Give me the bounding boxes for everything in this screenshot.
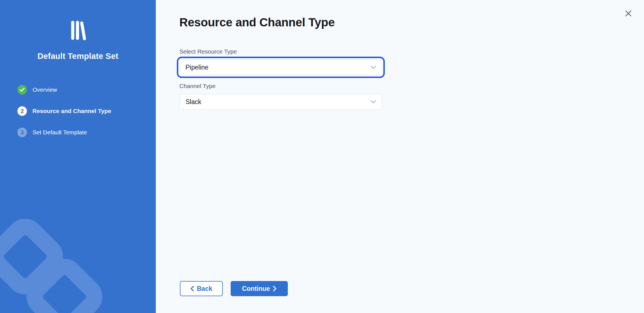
resource-type-select[interactable]: Pipeline [180,59,382,75]
step-number-badge: 3 [17,128,27,137]
resource-type-selected-value: Pipeline [186,64,209,71]
wizard-sidebar: Default Template Set Overview 2 Resource… [0,0,156,313]
logo-bar [76,21,79,40]
chevron-left-icon [191,286,194,291]
step-item-resource-and-channel-type[interactable]: 2 Resource and Channel Type [17,106,111,116]
logo-bar-slanted [80,21,86,41]
wizard-title: Default Template Set [0,52,156,61]
logo-bar [71,21,74,40]
step-item-set-default-template[interactable]: 3 Set Default Template [17,128,111,137]
close-icon [625,10,632,17]
back-button-label: Back [197,285,212,293]
continue-button[interactable]: Continue [231,281,288,296]
channel-type-label: Channel Type [179,83,216,89]
harness-logo-icon [0,21,156,40]
main-panel: Resource and Channel Type Select Resourc… [156,0,644,313]
watermark-pattern [0,0,156,313]
page-title: Resource and Channel Type [179,16,335,29]
check-icon [17,85,27,95]
chevron-right-icon [273,286,276,291]
step-label: Overview [33,86,57,93]
channel-type-selected-value: Slack [186,98,201,106]
chevron-down-icon [370,66,376,69]
resource-type-label: Select Resource Type [179,48,237,55]
channel-type-select[interactable]: Slack [180,94,382,110]
step-label: Resource and Channel Type [33,108,111,114]
wizard-steps: Overview 2 Resource and Channel Type 3 S… [17,85,111,149]
chevron-down-icon [370,100,376,103]
continue-button-label: Continue [242,285,270,293]
close-button[interactable] [624,9,633,18]
step-item-overview[interactable]: Overview [17,85,111,95]
step-number-badge: 2 [17,106,27,116]
step-label: Set Default Template [33,129,87,136]
back-button[interactable]: Back [180,281,223,296]
